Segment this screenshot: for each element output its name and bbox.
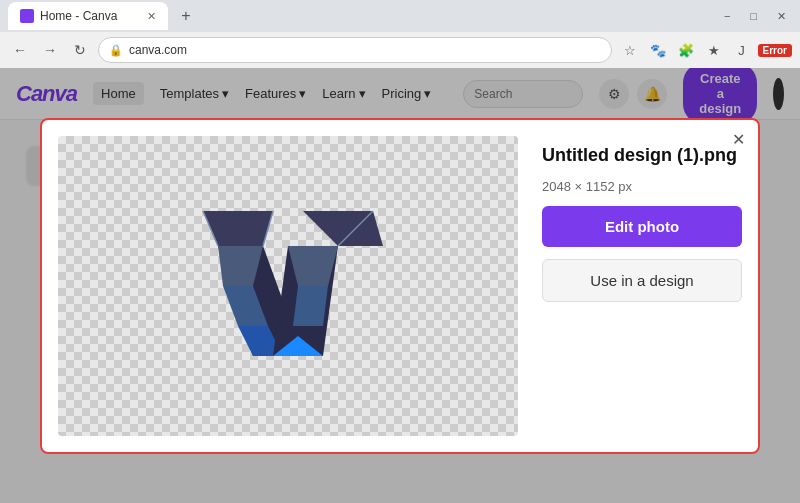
image-preview-area [58, 136, 518, 436]
extension-icon-1[interactable]: 🐾 [646, 38, 670, 62]
file-name: Untitled design (1).png [542, 144, 742, 167]
info-panel: Untitled design (1).png 2048 × 1152 px E… [542, 136, 742, 436]
lock-icon: 🔒 [109, 44, 123, 57]
back-button[interactable]: ← [8, 38, 32, 62]
close-window-button[interactable]: ✕ [771, 8, 792, 25]
browser-tab[interactable]: Home - Canva ✕ [8, 2, 168, 30]
modal-body: Untitled design (1).png 2048 × 1152 px E… [42, 120, 758, 452]
tab-favicon [20, 9, 34, 23]
refresh-button[interactable]: ↻ [68, 38, 92, 62]
error-badge: Error [758, 44, 792, 57]
tab-title: Home - Canva [40, 9, 117, 23]
profile-icon[interactable]: J [730, 38, 754, 62]
nav-actions: ☆ 🐾 🧩 ★ J Error [618, 38, 792, 62]
edit-photo-button[interactable]: Edit photo [542, 206, 742, 247]
valorant-logo-image [188, 196, 388, 376]
maximize-button[interactable]: □ [744, 8, 763, 24]
address-bar[interactable]: 🔒 canva.com [98, 37, 612, 63]
canva-area: Canva Home Templates ▾ Features ▾ Learn … [0, 68, 800, 503]
window-controls: − □ ✕ [718, 8, 792, 25]
tab-close-button[interactable]: ✕ [147, 10, 156, 23]
url-text: canva.com [129, 43, 187, 57]
new-tab-button[interactable]: + [172, 2, 200, 30]
file-dimensions: 2048 × 1152 px [542, 179, 742, 194]
use-in-design-button[interactable]: Use in a design [542, 259, 742, 302]
svg-marker-9 [293, 286, 328, 326]
svg-marker-1 [203, 211, 273, 246]
extension-icon-3[interactable]: ★ [702, 38, 726, 62]
modal-close-button[interactable]: ✕ [726, 128, 750, 152]
browser-frame: Home - Canva ✕ + − □ ✕ ← → ↻ 🔒 canva.com… [0, 0, 800, 503]
image-preview-modal: ✕ [40, 118, 760, 454]
modal-overlay[interactable]: ✕ [0, 68, 800, 503]
bookmark-icon[interactable]: ☆ [618, 38, 642, 62]
extension-icon-2[interactable]: 🧩 [674, 38, 698, 62]
forward-button[interactable]: → [38, 38, 62, 62]
minimize-button[interactable]: − [718, 8, 736, 24]
title-bar: Home - Canva ✕ + − □ ✕ [0, 0, 800, 32]
nav-bar: ← → ↻ 🔒 canva.com ☆ 🐾 🧩 ★ J Error [0, 32, 800, 68]
